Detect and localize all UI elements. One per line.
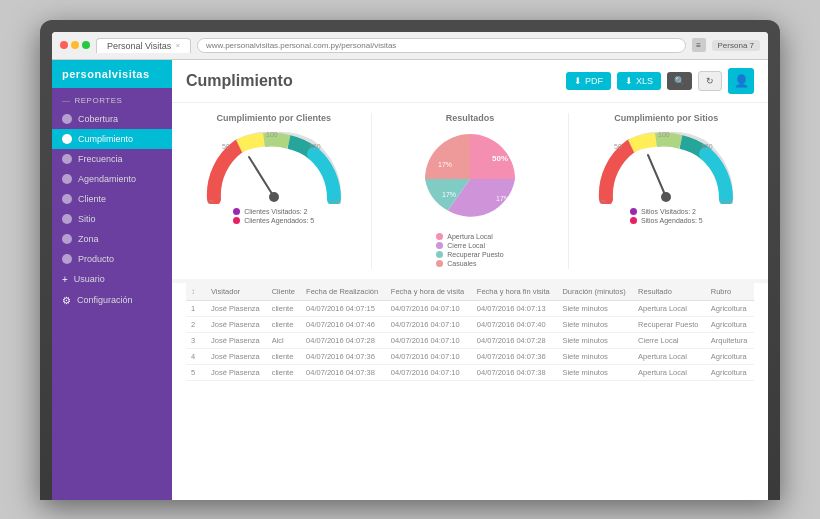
browser-tab[interactable]: Personal Visitas × bbox=[96, 38, 191, 53]
browser-dots bbox=[60, 41, 90, 49]
table-cell: Siete minutos bbox=[557, 364, 633, 380]
legend-item: Clientes Visitados: 2 bbox=[233, 208, 314, 215]
sidebar-item-cobertura[interactable]: Cobertura bbox=[52, 109, 172, 129]
col-fecha-realizacion[interactable]: Fecha de Realización bbox=[301, 283, 386, 301]
table-cell: 5 bbox=[186, 364, 206, 380]
table-row: 1José Piasenzacliente04/07/2016 04:07:15… bbox=[186, 300, 754, 316]
col-visitador[interactable]: Visitador bbox=[206, 283, 267, 301]
search-button[interactable]: 🔍 bbox=[667, 72, 692, 90]
maximize-dot[interactable] bbox=[82, 41, 90, 49]
sidebar-label: Configuración bbox=[77, 295, 133, 305]
col-num[interactable]: ↕ bbox=[186, 283, 206, 301]
table-cell: José Piasenza bbox=[206, 316, 267, 332]
table-cell: cliente bbox=[267, 316, 301, 332]
sidebar-item-usuario[interactable]: + Usuario bbox=[52, 269, 172, 290]
menu-icon[interactable]: ≡ bbox=[692, 38, 706, 52]
table-cell: Agricoltura bbox=[706, 316, 754, 332]
sidebar-label: Sitio bbox=[78, 214, 96, 224]
divider bbox=[371, 113, 372, 269]
legend-dot bbox=[630, 208, 637, 215]
table-cell: Siete minutos bbox=[557, 316, 633, 332]
sidebar-brand[interactable]: personalvisitas bbox=[52, 60, 172, 88]
sidebar-label: Frecuencia bbox=[78, 154, 123, 164]
table-row: 4José Piasenzacliente04/07/2016 04:07:36… bbox=[186, 348, 754, 364]
legend-dot bbox=[436, 242, 443, 249]
table-cell: Alcl bbox=[267, 332, 301, 348]
table-cell: Agricoltura bbox=[706, 364, 754, 380]
data-table: ↕ Visitador Cliente Fecha de Realización… bbox=[186, 283, 754, 381]
chart-title-center: Resultados bbox=[446, 113, 495, 123]
sidebar-item-cumplimiento[interactable]: Cumplimiento bbox=[52, 129, 172, 149]
table-cell: 4 bbox=[186, 348, 206, 364]
page-title: Cumplimiento bbox=[186, 72, 293, 90]
legend-item: Casuales bbox=[436, 260, 503, 267]
sidebar-item-frecuencia[interactable]: Frecuencia bbox=[52, 149, 172, 169]
wifi-icon bbox=[62, 154, 72, 164]
charts-row: Cumplimiento por Clientes bbox=[172, 103, 768, 279]
minimize-dot[interactable] bbox=[71, 41, 79, 49]
table-row: 3José PiasenzaAlcl04/07/2016 04:07:2804/… bbox=[186, 332, 754, 348]
chart-section-left: Cumplimiento por Clientes bbox=[186, 113, 361, 269]
divider2 bbox=[568, 113, 569, 269]
xls-button[interactable]: ⬇ XLS bbox=[617, 72, 661, 90]
sidebar-item-sitio[interactable]: Sitio bbox=[52, 209, 172, 229]
chart-legend-left: Clientes Visitados: 2 Clientes Agendados… bbox=[233, 208, 314, 226]
svg-text:17%: 17% bbox=[442, 191, 456, 198]
table-row: 2José Piasenzacliente04/07/2016 04:07:46… bbox=[186, 316, 754, 332]
location-icon bbox=[62, 134, 72, 144]
sidebar-label: Cliente bbox=[78, 194, 106, 204]
svg-point-12 bbox=[661, 192, 671, 202]
sort-icon: ↕ bbox=[191, 287, 195, 296]
col-resultado[interactable]: Resultado bbox=[633, 283, 706, 301]
col-cliente[interactable]: Cliente bbox=[267, 283, 301, 301]
chart-title-right: Cumplimiento por Sitios bbox=[614, 113, 718, 123]
svg-text:50: 50 bbox=[614, 143, 622, 150]
persona-badge: Persona 7 bbox=[712, 40, 760, 51]
laptop-screen: Personal Visitas × www.personalvisitas.p… bbox=[52, 32, 768, 500]
browser-chrome: Personal Visitas × www.personalvisitas.p… bbox=[52, 32, 768, 60]
sidebar-item-cliente[interactable]: Cliente bbox=[52, 189, 172, 209]
sidebar-item-producto[interactable]: Producto bbox=[52, 249, 172, 269]
download-icon: ⬇ bbox=[574, 76, 582, 86]
gauge-left: 0 50 100 150 200 bbox=[204, 129, 344, 204]
sidebar: personalvisitas Reportes Cobertura Cumpl… bbox=[52, 60, 172, 500]
col-rubro[interactable]: Rubro bbox=[706, 283, 754, 301]
col-duracion[interactable]: Duración (minutos) bbox=[557, 283, 633, 301]
table-cell: Agricoltura bbox=[706, 348, 754, 364]
col-fecha-hora-visita[interactable]: Fecha y hora de visita bbox=[386, 283, 472, 301]
legend-item: Cierre Local bbox=[436, 242, 503, 249]
legend-dot bbox=[436, 260, 443, 267]
legend-item: Apertura Local bbox=[436, 233, 503, 240]
svg-text:100: 100 bbox=[266, 131, 278, 138]
sidebar-label: Zona bbox=[78, 234, 99, 244]
table-cell: Apertura Local bbox=[633, 300, 706, 316]
user-button[interactable]: 👤 bbox=[728, 68, 754, 94]
main-content: Cumplimiento ⬇ PDF ⬇ XLS 🔍 ↻ 👤 bbox=[172, 60, 768, 500]
sidebar-item-agendamiento[interactable]: Agendamiento bbox=[52, 169, 172, 189]
sidebar-item-configuracion[interactable]: ⚙ Configuración bbox=[52, 290, 172, 311]
table-cell: cliente bbox=[267, 364, 301, 380]
svg-text:17%: 17% bbox=[496, 195, 510, 202]
plus-icon: + bbox=[62, 274, 68, 285]
pdf-button[interactable]: ⬇ PDF bbox=[566, 72, 611, 90]
chart-legend-center: Apertura Local Cierre Local Recuperar Pu… bbox=[436, 233, 503, 269]
sidebar-item-zona[interactable]: Zona bbox=[52, 229, 172, 249]
tab-close-icon[interactable]: × bbox=[175, 41, 180, 50]
refresh-button[interactable]: ↻ bbox=[698, 71, 722, 91]
address-bar[interactable]: www.personalvisitas.personal.com.py/pers… bbox=[197, 38, 685, 53]
table-cell: Apertura Local bbox=[633, 348, 706, 364]
legend-item: Sitios Visitados: 2 bbox=[630, 208, 703, 215]
legend-dot bbox=[436, 251, 443, 258]
table-cell: cliente bbox=[267, 348, 301, 364]
table-cell: 04/07/2016 04:07:10 bbox=[386, 332, 472, 348]
table-cell: 04/07/2016 04:07:36 bbox=[301, 348, 386, 364]
svg-text:150: 150 bbox=[309, 143, 321, 150]
table-cell: 04/07/2016 04:07:36 bbox=[472, 348, 558, 364]
table-cell: José Piasenza bbox=[206, 348, 267, 364]
table-cell: 04/07/2016 04:07:46 bbox=[301, 316, 386, 332]
col-fecha-hora-fin[interactable]: Fecha y hora fin visita bbox=[472, 283, 558, 301]
svg-text:200: 200 bbox=[721, 199, 733, 204]
close-dot[interactable] bbox=[60, 41, 68, 49]
table-cell: 1 bbox=[186, 300, 206, 316]
laptop-outer: Personal Visitas × www.personalvisitas.p… bbox=[40, 20, 780, 500]
